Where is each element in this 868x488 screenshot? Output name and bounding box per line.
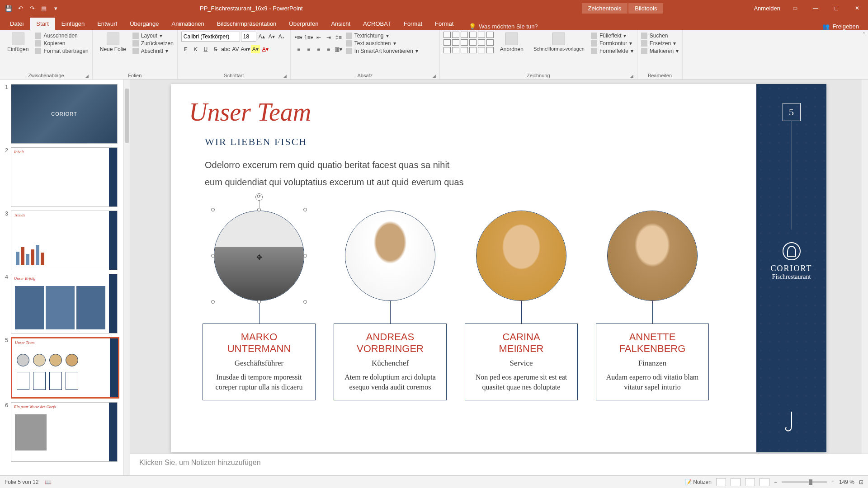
- line-spacing-button[interactable]: ‡≡: [334, 33, 343, 42]
- shadow-button[interactable]: abc: [221, 45, 230, 53]
- shape-gallery[interactable]: [443, 32, 494, 53]
- numbering-button[interactable]: 1≡▾: [304, 33, 313, 42]
- slideshow-view-button[interactable]: [760, 478, 769, 486]
- member-info-1[interactable]: MARKOUNTERMANN Geschäftsführer Inusdae d…: [203, 324, 316, 400]
- tab-file[interactable]: Datei: [4, 18, 30, 30]
- tab-view[interactable]: Ansicht: [325, 18, 357, 30]
- tab-acrobat[interactable]: ACROBAT: [357, 18, 397, 30]
- increase-indent-button[interactable]: ⇥: [324, 33, 333, 42]
- copy-button[interactable]: Kopieren: [35, 40, 88, 47]
- slide-body-text[interactable]: Odelorro excerum rem quid quatio beritat…: [205, 156, 464, 191]
- replace-button[interactable]: Ersetzen▾: [641, 40, 679, 47]
- strikethrough-button[interactable]: S̶: [211, 45, 220, 53]
- decrease-indent-button[interactable]: ⇤: [314, 33, 323, 42]
- text-direction-button[interactable]: Textrichtung▾: [346, 33, 418, 39]
- dialog-launcher-icon[interactable]: ◢: [630, 74, 633, 78]
- align-center-button[interactable]: ≡: [304, 45, 313, 53]
- fit-to-window-button[interactable]: ⊡: [859, 479, 863, 485]
- zoom-slider[interactable]: [782, 481, 827, 483]
- italic-button[interactable]: K: [191, 45, 200, 53]
- notes-toggle[interactable]: 📝 Notizen: [685, 479, 712, 485]
- slide-subtitle[interactable]: WIR LIEBEN FISCH: [205, 136, 307, 148]
- tab-format-drawing[interactable]: Format: [397, 18, 429, 30]
- clear-format-icon[interactable]: Aₓ: [277, 33, 286, 40]
- case-button[interactable]: Aa▾: [241, 45, 250, 53]
- tab-transitions[interactable]: Übergänge: [123, 18, 165, 30]
- align-text-button[interactable]: Text ausrichten▾: [346, 40, 418, 47]
- tab-review[interactable]: Überprüfen: [283, 18, 325, 30]
- slide-thumb-4[interactable]: Unser Erfolg: [11, 274, 118, 333]
- slide-thumb-2[interactable]: Inhalt: [11, 147, 118, 207]
- slide-title[interactable]: Unser Team: [189, 98, 311, 127]
- tell-me-search[interactable]: 💡Was möchten Sie tun?: [469, 23, 538, 30]
- new-slide-button[interactable]: Neue Folie: [96, 32, 130, 53]
- close-icon[interactable]: ✕: [851, 3, 863, 13]
- section-button[interactable]: Abschnitt▾: [132, 48, 174, 54]
- share-button[interactable]: 👥Freigeben: [822, 23, 859, 30]
- slide-thumb-3[interactable]: Trends: [11, 211, 118, 270]
- shape-fill-button[interactable]: Fülleffekt▾: [591, 33, 633, 39]
- ribbon-options-icon[interactable]: ▭: [788, 3, 801, 13]
- slide-thumb-5[interactable]: Unser Team: [11, 337, 119, 399]
- rotate-handle[interactable]: [255, 193, 263, 201]
- collapse-ribbon-icon[interactable]: ˄: [863, 32, 865, 38]
- shape-effects-button[interactable]: Formeffekte▾: [591, 48, 633, 54]
- columns-button[interactable]: ▥▾: [334, 45, 343, 53]
- bold-button[interactable]: F: [181, 45, 190, 53]
- reset-button[interactable]: Zurücksetzen: [132, 40, 174, 47]
- member-info-4[interactable]: ANNETTEFALKENBERG Finanzen Audam eaperro…: [596, 324, 709, 400]
- tab-insert[interactable]: Einfügen: [55, 18, 91, 30]
- cut-button[interactable]: Ausschneiden: [35, 33, 88, 39]
- tab-animations[interactable]: Animationen: [165, 18, 211, 30]
- align-left-button[interactable]: ≡: [294, 45, 303, 53]
- start-from-beginning-icon[interactable]: ▤: [40, 4, 48, 12]
- paste-button[interactable]: Einfügen: [4, 32, 32, 53]
- quick-styles-button[interactable]: Schnellformat-vorlagen: [530, 32, 588, 52]
- slide-editor-viewport[interactable]: Unser Team WIR LIEBEN FISCH Odelorro exc…: [130, 80, 868, 454]
- member-info-2[interactable]: ANDREASVORBRINGER Küchenchef Atem re dol…: [334, 324, 447, 400]
- format-painter-button[interactable]: Format übertragen: [35, 48, 88, 54]
- font-size-input[interactable]: [241, 32, 256, 42]
- zoom-in-button[interactable]: +: [831, 479, 835, 485]
- shape-outline-button[interactable]: Formkontur▾: [591, 40, 633, 47]
- maximize-icon[interactable]: ◻: [830, 3, 843, 13]
- portrait-3[interactable]: [476, 211, 566, 301]
- reading-view-button[interactable]: [745, 478, 755, 486]
- portrait-4[interactable]: [607, 211, 698, 301]
- notes-pane[interactable]: Klicken Sie, um Notizen hinzuzufügen: [130, 454, 868, 475]
- font-name-input[interactable]: [181, 32, 240, 42]
- tab-slideshow[interactable]: Bildschirmpräsentation: [211, 18, 283, 30]
- slide-thumb-1[interactable]: CORIORT: [11, 84, 118, 144]
- underline-button[interactable]: U: [201, 45, 210, 53]
- shrink-font-icon[interactable]: A▾: [267, 33, 276, 40]
- grow-font-icon[interactable]: A▴: [257, 33, 266, 40]
- tab-home[interactable]: Start: [30, 18, 55, 30]
- qat-customize-icon[interactable]: ▾: [52, 4, 60, 12]
- editor-vertical-scrollbar[interactable]: [862, 80, 868, 454]
- minimize-icon[interactable]: —: [809, 3, 822, 13]
- dialog-launcher-icon[interactable]: ◢: [433, 74, 436, 78]
- slide-thumb-6[interactable]: Ein paar Worte des Chefs: [11, 402, 118, 462]
- sorter-view-button[interactable]: [731, 478, 741, 486]
- thumbnail-scrollbar[interactable]: [123, 80, 130, 475]
- arrange-button[interactable]: Anordnen: [496, 32, 527, 53]
- slide-canvas[interactable]: Unser Team WIR LIEBEN FISCH Odelorro exc…: [171, 84, 826, 452]
- save-icon[interactable]: 💾: [5, 4, 13, 12]
- normal-view-button[interactable]: [716, 478, 726, 486]
- sign-in-link[interactable]: Anmelden: [754, 5, 780, 12]
- tab-format-picture[interactable]: Format: [429, 18, 460, 30]
- justify-button[interactable]: ≡: [324, 45, 333, 53]
- member-info-3[interactable]: CARINAMEIßNER Service Non ped eos aperum…: [465, 324, 578, 400]
- undo-icon[interactable]: ↶: [16, 4, 24, 12]
- font-color-button[interactable]: A▾: [261, 45, 270, 53]
- smartart-button[interactable]: In SmartArt konvertieren▾: [346, 48, 418, 54]
- align-right-button[interactable]: ≡: [314, 45, 323, 53]
- zoom-out-button[interactable]: −: [774, 479, 777, 485]
- dialog-launcher-icon[interactable]: ◢: [85, 74, 89, 78]
- spacing-button[interactable]: AV: [231, 45, 240, 53]
- highlight-button[interactable]: A▾: [251, 45, 260, 53]
- tab-design[interactable]: Entwurf: [91, 18, 123, 30]
- dialog-launcher-icon[interactable]: ◢: [283, 74, 287, 78]
- spellcheck-icon[interactable]: 📖: [45, 479, 52, 485]
- slide-counter[interactable]: Folie 5 von 12: [5, 479, 38, 485]
